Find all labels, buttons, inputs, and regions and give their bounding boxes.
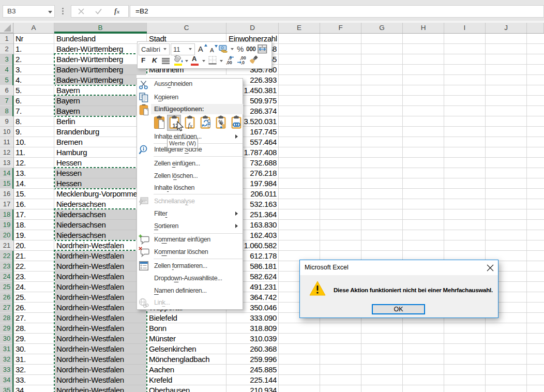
svg-text:,0: ,0: [241, 60, 245, 65]
svg-text:,00: ,00: [226, 60, 232, 65]
